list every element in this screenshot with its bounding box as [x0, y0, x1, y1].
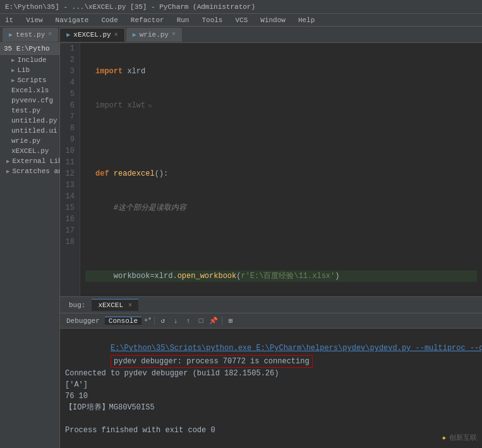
- sidebar-item-testpy[interactable]: test.py: [0, 106, 59, 116]
- sidebar-item-xexcelpy[interactable]: xEXCEL.py: [0, 146, 59, 156]
- menu-run[interactable]: Run: [174, 16, 192, 25]
- sidebar-item-include-label: Include: [17, 56, 46, 64]
- tab-xexcel-close[interactable]: ×: [128, 302, 132, 309]
- tab-xexcelpy-close[interactable]: ×: [114, 32, 118, 39]
- ln-3: 3: [63, 66, 75, 77]
- ln-12: 12: [63, 168, 75, 179]
- menu-vcs[interactable]: VCS: [232, 16, 250, 25]
- sidebar-item-external-label: External Libra...: [12, 157, 60, 165]
- editor-with-bottom: 1 2 3 4 5 6 7 8 9 10 11 12 13 14 15 16 1: [60, 43, 482, 448]
- code-line-3: [85, 134, 477, 145]
- menu-tools[interactable]: Tools: [199, 16, 225, 25]
- title-bar: E:\Python\35] - ...\xEXCEL.py [35] - PyC…: [0, 0, 482, 14]
- tab-bar: ▶ test.py × ▶ xEXCEL.py × ▶ wrie.py ×: [0, 27, 482, 43]
- code-editor[interactable]: 1 2 3 4 5 6 7 8 9 10 11 12 13 14 15 16 1: [60, 43, 482, 296]
- console-input-icon: +*: [144, 317, 152, 324]
- ln-7: 7: [63, 111, 75, 123]
- sidebar-item-lib-label: Lib: [17, 66, 30, 74]
- line-numbers: 1 2 3 4 5 6 7 8 9 10 11 12 13 14 15 16 1: [60, 43, 80, 296]
- toolbar-btn-grid[interactable]: ⊞: [225, 315, 236, 327]
- sidebar-item-untitledui-label: untitled.ui: [11, 127, 57, 135]
- code-line-6: [85, 236, 477, 248]
- bottom-panel: bug: xEXCEL × Debugger Console +* ↺ ↓ ↑ …: [60, 296, 482, 448]
- code-content[interactable]: import xlrd ▷ import xlwt def readexcel(…: [80, 43, 482, 296]
- toolbar-btn-up[interactable]: ↑: [183, 315, 194, 327]
- sidebar-item-scripts-label: Scripts: [17, 76, 46, 84]
- tab-xexcelpy[interactable]: ▶ xEXCEL.py ×: [59, 28, 124, 42]
- toolbar-btn-rerun[interactable]: ↺: [157, 315, 169, 327]
- menu-bar: it View Navigate Code Refactor Run Tools…: [0, 14, 482, 27]
- console-cursor-line: [65, 436, 477, 447]
- tab-wriepy-close[interactable]: ×: [172, 31, 176, 38]
- toolbar-sep-1: [154, 317, 155, 325]
- sidebar-header: 35 E:\Pytho: [0, 43, 59, 55]
- ln-15: 15: [63, 202, 75, 214]
- console-line-4: Connected to pydev debugger (build 182.1…: [65, 368, 477, 379]
- console-toolbar: Debugger Console +* ↺ ↓ ↑ □ 📌 ⊞: [60, 313, 482, 329]
- sidebar-item-excel[interactable]: Excel.xls: [0, 85, 59, 95]
- sidebar: 35 E:\Pytho ▶ Include ▶ Lib ▶ Scripts Ex…: [0, 43, 60, 448]
- sidebar-item-scratches[interactable]: ▶ Scratches and...: [0, 166, 59, 176]
- watermark: ✦ 创新互联: [442, 432, 477, 443]
- console-line-8: [65, 413, 477, 425]
- arrow-icon: ▶: [11, 57, 15, 64]
- tab-wriepy[interactable]: ▶ wrie.py ×: [126, 28, 182, 42]
- tab-testpy-close[interactable]: ×: [48, 31, 52, 38]
- menu-refactor[interactable]: Refactor: [128, 16, 167, 25]
- arrow-icon-2: ▶: [11, 67, 15, 74]
- ln-1: 1: [63, 43, 75, 54]
- ln-14: 14: [63, 191, 75, 202]
- menu-view[interactable]: View: [23, 16, 45, 25]
- sidebar-item-wriepy[interactable]: wrie.py: [0, 136, 59, 146]
- code-line-4: def readexcel():: [85, 168, 477, 179]
- console-line-9: Process finished with exit code 0: [65, 425, 477, 436]
- arrow-icon-4: ▶: [6, 158, 9, 165]
- ln-9: 9: [63, 134, 75, 145]
- sidebar-item-wriepy-label: wrie.py: [11, 137, 40, 145]
- subtab-debugger[interactable]: Debugger: [63, 317, 104, 325]
- sidebar-header-text: 35 E:\Pytho: [4, 45, 50, 52]
- ln-8: 8: [63, 123, 75, 134]
- sidebar-item-testpy-label: test.py: [11, 107, 40, 114]
- console-output[interactable]: E:\Python\35\Scripts\python.exe E:\PyCha…: [60, 329, 482, 448]
- main-area: 35 E:\Pytho ▶ Include ▶ Lib ▶ Scripts Ex…: [0, 43, 482, 448]
- sidebar-item-scripts[interactable]: ▶ Scripts: [0, 75, 59, 85]
- tab-bug[interactable]: bug:: [63, 300, 92, 311]
- ln-13: 13: [63, 179, 75, 191]
- sidebar-item-untitledui[interactable]: untitled.ui: [0, 126, 59, 136]
- sidebar-item-pyvenv-label: pyvenv.cfg: [11, 97, 53, 104]
- menu-it[interactable]: it: [3, 16, 16, 25]
- py-icon-3: ▶: [133, 31, 136, 39]
- ln-16: 16: [63, 214, 75, 225]
- toolbar-sep-2: [222, 317, 222, 325]
- bottom-tabs: bug: xEXCEL ×: [60, 297, 482, 313]
- menu-help[interactable]: Help: [296, 16, 317, 25]
- toolbar-btn-pin[interactable]: 📌: [208, 315, 219, 327]
- console-line-5: ['A']: [65, 379, 477, 390]
- ln-11: 11: [63, 157, 75, 168]
- ln-4: 4: [63, 77, 75, 88]
- menu-window[interactable]: Window: [258, 16, 288, 25]
- sidebar-item-xexcelpy-label: xEXCEL.py: [11, 147, 49, 155]
- sidebar-item-untitledpy[interactable]: untitled.py: [0, 116, 59, 126]
- menu-code[interactable]: Code: [99, 16, 120, 25]
- code-line-1: import xlrd: [85, 66, 477, 77]
- code-line-7: workbook=xlrd.open_workbook(r'E:\百度经验\11…: [85, 270, 477, 282]
- sidebar-item-pyvenv[interactable]: pyvenv.cfg: [0, 95, 59, 106]
- py-icon: ▶: [9, 31, 13, 39]
- toolbar-btn-down[interactable]: ↓: [170, 315, 181, 327]
- tab-testpy[interactable]: ▶ test.py ×: [3, 28, 58, 42]
- code-line-2: ▷ import xlwt: [85, 100, 477, 111]
- ln-18: 18: [63, 236, 75, 248]
- ln-10: 10: [63, 145, 75, 157]
- sidebar-item-external[interactable]: ▶ External Libra...: [0, 156, 59, 166]
- watermark-icon: ✦: [442, 432, 447, 443]
- toolbar-btn-stop[interactable]: □: [195, 315, 207, 327]
- console-line-1: E:\Python\35\Scripts\python.exe E:\PyCha…: [65, 331, 477, 342]
- subtab-console[interactable]: Console: [105, 317, 142, 325]
- menu-navigate[interactable]: Navigate: [53, 16, 92, 25]
- sidebar-item-include[interactable]: ▶ Include: [0, 55, 59, 65]
- sidebar-item-lib[interactable]: ▶ Lib: [0, 65, 59, 75]
- tab-xexcel[interactable]: xEXCEL ×: [92, 299, 138, 311]
- tab-testpy-label: test.py: [16, 31, 45, 39]
